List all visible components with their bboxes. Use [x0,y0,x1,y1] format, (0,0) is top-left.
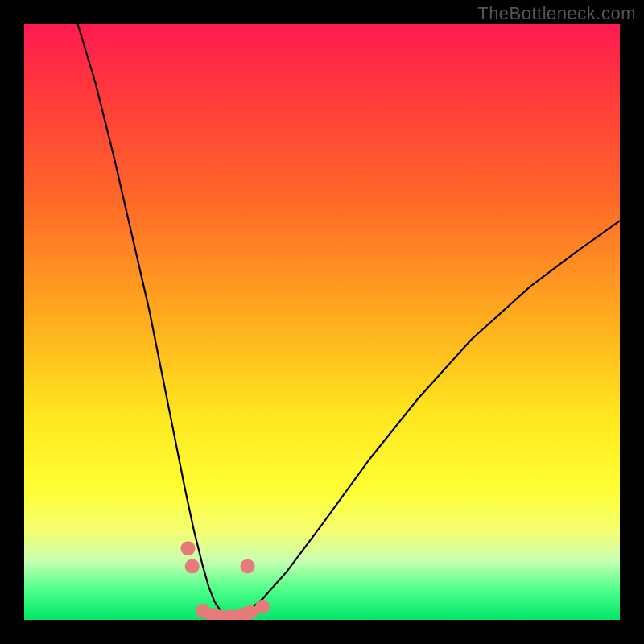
data-dot [185,559,200,573]
data-dot [241,559,255,573]
watermark-text: TheBottleneck.com [477,3,636,24]
data-dots [181,541,270,620]
chart-frame: TheBottleneck.com [0,0,644,644]
chart-svg [24,24,620,620]
right-curve [233,221,620,618]
plot-area [24,24,620,620]
data-dot [255,600,270,614]
left-curve [78,24,233,618]
data-dot [181,541,196,555]
